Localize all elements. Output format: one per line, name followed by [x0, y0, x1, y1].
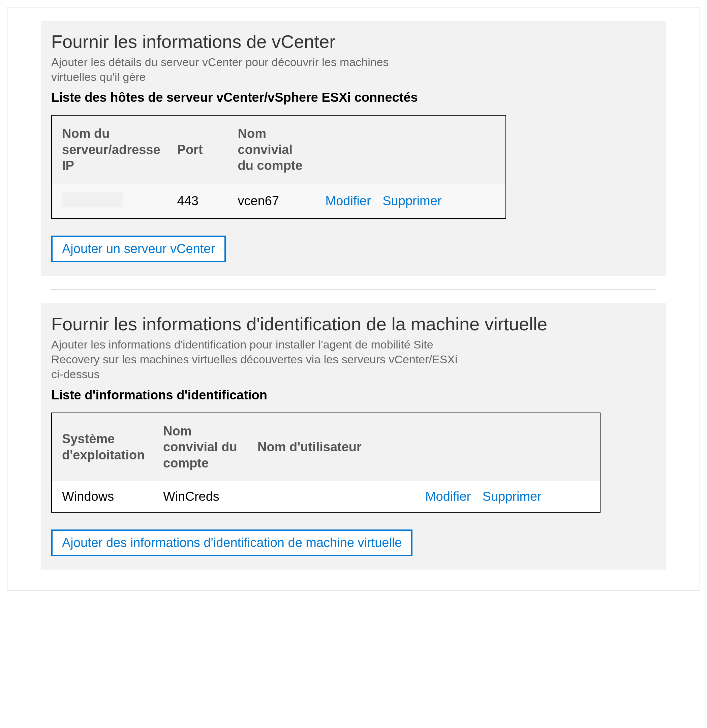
col-actions: [315, 116, 505, 184]
creds-table: Système d'exploitation Nom convivial du …: [51, 413, 600, 513]
cell-username: [247, 481, 415, 512]
delete-link[interactable]: Supprimer: [382, 194, 442, 208]
edit-link[interactable]: Modifier: [326, 194, 371, 208]
delete-link[interactable]: Supprimer: [483, 490, 541, 504]
cell-server: [52, 184, 167, 218]
col-os: Système d'exploitation: [52, 413, 153, 482]
vcenter-table: Nom du serveur/adresse IP Port Nom convi…: [51, 115, 506, 219]
cell-port: 443: [167, 184, 228, 218]
col-friendly: Nom convivial du compte: [228, 116, 315, 184]
creds-title: Fournir les informations d'identificatio…: [51, 313, 656, 334]
col-friendly: Nom convivial du compte: [153, 413, 247, 482]
edit-link[interactable]: Modifier: [425, 490, 471, 504]
section-divider: [51, 289, 656, 290]
vcenter-section: Fournir les informations de vCenter Ajou…: [41, 21, 666, 276]
cell-friendly: vcen67: [228, 184, 315, 218]
col-username: Nom d'utilisateur: [247, 413, 415, 482]
col-port: Port: [167, 116, 228, 184]
cell-os: Windows: [52, 481, 153, 512]
config-panel: Fournir les informations de vCenter Ajou…: [7, 7, 700, 591]
col-actions: [415, 413, 600, 482]
cell-actions: Modifier Supprimer: [315, 184, 505, 218]
cell-friendly: WinCreds: [153, 481, 247, 512]
col-server: Nom du serveur/adresse IP: [52, 116, 167, 184]
redacted-server: [62, 192, 123, 207]
table-row: 443 vcen67 Modifier Supprimer: [52, 184, 505, 218]
table-header-row: Système d'exploitation Nom convivial du …: [52, 413, 600, 482]
vcenter-title: Fournir les informations de vCenter: [51, 31, 656, 52]
table-row: Windows WinCreds Modifier Supprimer: [52, 481, 600, 512]
vcenter-subtitle: Liste des hôtes de serveur vCenter/vSphe…: [51, 90, 656, 105]
creds-subtitle: Liste d'informations d'identification: [51, 388, 656, 402]
vcenter-desc: Ajouter les détails du serveur vCenter p…: [51, 55, 422, 84]
add-vcenter-button[interactable]: Ajouter un serveur vCenter: [51, 235, 226, 262]
add-creds-button[interactable]: Ajouter des informations d'identificatio…: [51, 530, 413, 556]
creds-desc: Ajouter les informations d'identificatio…: [51, 337, 472, 382]
table-header-row: Nom du serveur/adresse IP Port Nom convi…: [52, 116, 505, 184]
creds-section: Fournir les informations d'identificatio…: [41, 303, 666, 570]
cell-actions: Modifier Supprimer: [415, 481, 600, 512]
